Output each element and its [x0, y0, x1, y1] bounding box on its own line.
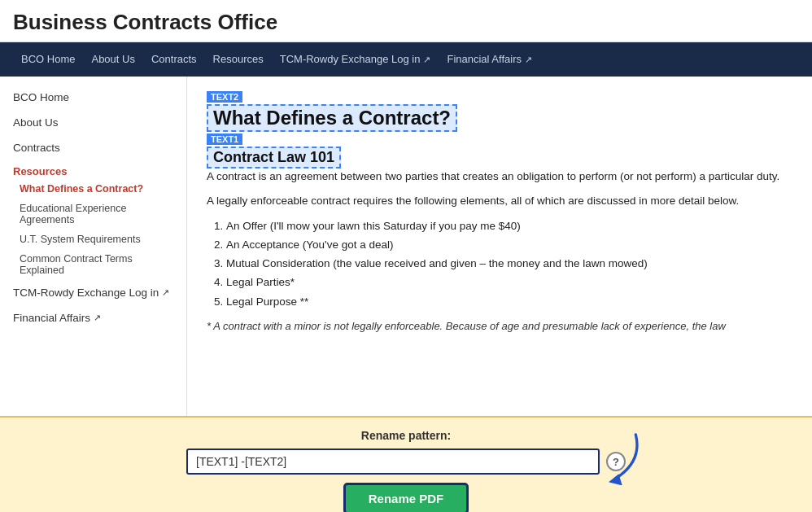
list-item-4: Legal Parties* [226, 274, 792, 291]
nav-contracts[interactable]: Contracts [143, 42, 205, 77]
page-title-highlight: What Defines a Contract? [207, 104, 457, 132]
nav-tcm-rowdy[interactable]: TCM-Rowdy Exchange Log in ↗ [272, 42, 439, 77]
site-title: Business Contracts Office [13, 10, 799, 35]
sidebar-item-contracts[interactable]: Contracts [0, 135, 186, 160]
external-link-icon-2: ↗ [525, 42, 532, 77]
sidebar-item-financial-affairs[interactable]: Financial Affairs ↗ [0, 305, 186, 330]
rename-label: Rename pattern: [361, 429, 451, 442]
content-area: TEXT2 What Defines a Contract? TEXT1 Con… [187, 77, 812, 416]
list-item-3: Mutual Consideration (the value received… [226, 256, 792, 272]
list-item-5: Legal Purpose ** [226, 294, 792, 310]
section-title: Contract Law 101 [213, 149, 334, 166]
badge-text2-wrapper: TEXT2 [207, 90, 792, 104]
sidebar: BCO Home About Us Contracts Resources Wh… [0, 77, 187, 416]
nav-bar: BCO Home About Us Contracts Resources TC… [0, 42, 812, 77]
sidebar-item-bco-home[interactable]: BCO Home [0, 85, 186, 110]
page-title: What Defines a Contract? [213, 107, 451, 129]
rename-pattern-input[interactable] [186, 449, 600, 475]
content-para1: A contract is an agreement between two p… [207, 168, 792, 185]
content-para2: A legally enforceable contract requires … [207, 193, 792, 209]
footnote-text: * A contract with a minor is not legally… [207, 318, 792, 335]
badge-text1-wrapper: TEXT1 [207, 132, 792, 147]
site-header: Business Contracts Office [0, 0, 812, 42]
sidebar-sub-edu-exp[interactable]: Educational Experience Agreements [0, 199, 186, 230]
list-item-2: An Acceptance (You've got a deal) [226, 237, 792, 253]
nav-resources[interactable]: Resources [205, 42, 272, 77]
nav-about-us[interactable]: About Us [83, 42, 142, 77]
external-link-icon: ↗ [423, 42, 430, 77]
sidebar-sub-ut-system[interactable]: U.T. System Requirements [0, 230, 186, 249]
sidebar-item-tcm-rowdy[interactable]: TCM-Rowdy Exchange Log in ↗ [0, 280, 186, 305]
arrow-decoration [568, 426, 649, 493]
badge-text2: TEXT2 [207, 91, 242, 103]
list-item-1: An Offer (I'll mow your lawn this Saturd… [226, 218, 792, 234]
contract-elements-list: An Offer (I'll mow your lawn this Saturd… [226, 218, 792, 310]
sidebar-item-about-us[interactable]: About Us [0, 110, 186, 135]
rename-pdf-button[interactable]: Rename PDF [343, 483, 469, 512]
ext-icon-sidebar-tcm: ↗ [162, 287, 169, 298]
section-title-highlight: Contract Law 101 [207, 147, 341, 168]
nav-financial-affairs[interactable]: Financial Affairs ↗ [439, 42, 540, 77]
rename-input-row: ? [186, 449, 626, 475]
sidebar-sub-common-terms[interactable]: Common Contract Terms Explained [0, 249, 186, 280]
sidebar-sub-what-defines[interactable]: What Defines a Contract? [0, 179, 186, 199]
main-layout: BCO Home About Us Contracts Resources Wh… [0, 77, 812, 416]
rename-btn-row: Rename PDF [343, 483, 469, 512]
ext-icon-sidebar-fin: ↗ [94, 313, 101, 323]
badge-text1: TEXT1 [207, 133, 242, 145]
sidebar-resources-label: Resources [0, 160, 186, 179]
rename-panel: Rename pattern: ? Rename PDF [0, 416, 812, 512]
nav-bco-home[interactable]: BCO Home [13, 42, 83, 77]
